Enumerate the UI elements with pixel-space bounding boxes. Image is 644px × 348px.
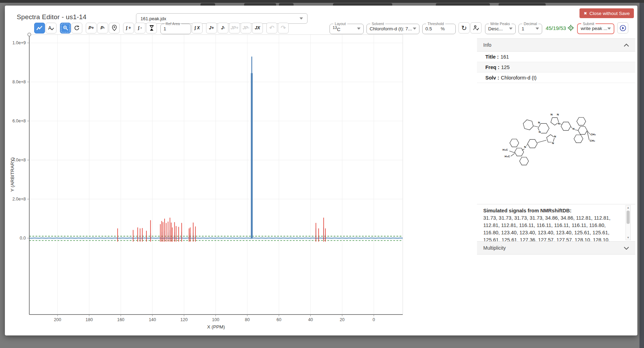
decimal-value: 1	[522, 26, 536, 31]
atom-label: H₃C	[505, 155, 510, 158]
info-row-title: Title : 161	[477, 52, 635, 62]
x-tick-label: 180	[85, 317, 93, 322]
info-title-value: 161	[500, 54, 509, 60]
signals-values: 31.73, 31.73, 31.73, 31.73, 34.86, 34.86…	[483, 215, 611, 241]
info-title-label: Title :	[485, 54, 499, 60]
info-row-freq: Freq : 125	[477, 62, 635, 73]
write-peaks-value: Desc...	[488, 26, 509, 31]
validate-peaks-button[interactable]	[470, 22, 482, 33]
info-panel: Info Title : 161 Freq : 125 Solv : Chlor…	[477, 38, 635, 334]
atom-label: N	[538, 121, 540, 124]
x-tick-label: 40	[308, 317, 313, 322]
decimal-select[interactable]: 1	[522, 26, 539, 31]
atom-label: N	[551, 113, 553, 116]
threshold-label: Threshold	[426, 22, 445, 26]
decimal-label: Decimal	[522, 22, 538, 26]
write-peaks-fieldset: Write Peaks Desc...	[485, 22, 516, 34]
submit-value: write peak ...	[581, 26, 607, 31]
close-button-label: Close without Save	[589, 11, 630, 16]
simulated-signals-block[interactable]: Simulated signals from NMRshiftDB: 31.73…	[477, 204, 635, 241]
atom-label: N	[554, 135, 556, 138]
decimal-fieldset: Decimal 1	[518, 22, 542, 34]
scroll-up-icon[interactable]: ▲	[626, 205, 630, 210]
atom-label: CH₃	[590, 139, 595, 142]
y-tick-label: 0.0	[20, 236, 26, 241]
target-icon[interactable]	[567, 24, 574, 31]
x-tick-label: 140	[149, 317, 156, 322]
submit-run-button[interactable]	[617, 22, 628, 33]
y-tick-label: 8.0e+8	[12, 80, 26, 84]
atom-label: N	[524, 145, 526, 149]
y-tick-label: 2.0e+8	[12, 197, 26, 202]
window-scrollbar[interactable]	[639, 3, 644, 348]
x-tick-label: 20	[340, 317, 344, 322]
info-header-label: Info	[483, 42, 491, 48]
chevron-down-icon	[607, 28, 611, 30]
submit-fieldset: Submit write peak ...	[577, 22, 614, 34]
scrollbar-thumb[interactable]	[627, 211, 630, 224]
atom-label: N	[552, 142, 554, 145]
y-tick-label: 6.0e+8	[12, 119, 26, 123]
spectrum-chart[interactable]: 2001801601401201008060402000.02.0e+84.0e…	[5, 6, 416, 330]
multiplicity-accordion-header[interactable]: Multiplicity	[477, 241, 635, 255]
molecule-zone: NNNNNNNNNCH₃CH₃H₃CH₃C	[477, 83, 635, 204]
y-tick-label: 1.0e+9	[12, 40, 26, 45]
y-axis-title: Y (ARBITRARY)	[10, 157, 15, 192]
peak-counter: 45/19/53	[546, 25, 566, 31]
x-axis-title: X (PPM)	[207, 324, 225, 330]
chevron-down-icon	[536, 28, 539, 30]
x-tick-label: 0	[373, 317, 375, 322]
info-solv-value: Chloroform-d (t)	[501, 75, 536, 81]
signals-scrollbar[interactable]: ▲ ▼	[626, 205, 631, 240]
atom-label: N	[539, 130, 541, 134]
signals-title: Simulated signals from NMRshiftDB:	[483, 207, 623, 214]
plot-corner-handle	[28, 33, 31, 36]
x-tick-label: 100	[212, 317, 219, 322]
chevron-down-icon	[624, 247, 629, 250]
info-freq-label: Freq :	[485, 65, 499, 70]
submit-select[interactable]: write peak ...	[581, 26, 611, 31]
person-check-icon	[473, 25, 479, 31]
x-tick-label: 80	[245, 317, 250, 322]
atom-label: N	[558, 122, 560, 125]
close-without-save-button[interactable]: ✖ Close without Save	[579, 8, 634, 18]
atom-label: CH₃	[590, 133, 596, 136]
info-solv-label: Solv :	[485, 75, 499, 81]
close-icon: ✖	[584, 11, 587, 16]
background-top-strip	[0, 0, 644, 3]
molecule-structure: NNNNNNNNNCH₃CH₃H₃CH₃C	[491, 109, 621, 181]
threshold-fieldset: Threshold %	[422, 22, 456, 34]
spectra-editor-modal: Spectra Editor - us1-14 161.peak.jdx ✖ C…	[5, 6, 637, 335]
x-tick-label: 160	[117, 317, 124, 322]
info-accordion-header[interactable]: Info	[477, 38, 635, 52]
atom-label: N	[573, 127, 575, 130]
info-freq-value: 125	[501, 65, 509, 70]
chevron-up-icon	[624, 44, 629, 47]
x-tick-label: 200	[54, 317, 61, 322]
refresh-icon: ↻	[461, 25, 467, 31]
multiplicity-header-label: Multiplicity	[483, 245, 506, 251]
submit-label: Submit	[581, 22, 596, 26]
scroll-down-icon[interactable]: ▼	[626, 235, 630, 240]
chevron-down-icon	[509, 28, 513, 30]
atom-label: N	[557, 113, 559, 116]
threshold-unit: %	[441, 26, 445, 31]
threshold-input[interactable]	[425, 26, 441, 31]
write-peaks-label: Write Peaks	[489, 22, 511, 26]
play-icon	[620, 25, 626, 31]
x-tick-label: 60	[276, 317, 281, 322]
write-peaks-select[interactable]: Desc...	[488, 26, 513, 31]
atom-label: H₃C	[502, 148, 508, 151]
info-row-solv: Solv : Chloroform-d (t)	[477, 73, 635, 83]
x-tick-label: 120	[180, 317, 188, 322]
refresh-peaks-button[interactable]: ↻	[459, 22, 470, 33]
